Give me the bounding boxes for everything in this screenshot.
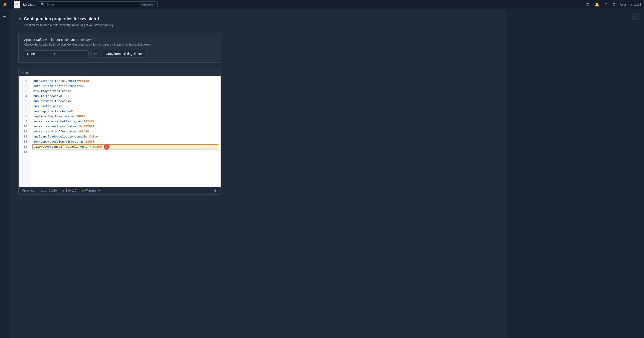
status-properties[interactable]: Properties xyxy=(22,189,35,192)
bell-icon[interactable]: 🔔 xyxy=(594,2,600,8)
config-header: ▼ Configuration properties for revision … xyxy=(18,16,221,22)
user-name: User xyxy=(620,3,626,6)
services-link[interactable]: Services xyxy=(23,3,35,6)
copy-cluster-button[interactable]: Copy from existing cluster xyxy=(102,50,147,58)
status-bar: Properties Ln 14, Col 39 ⊗ Errors: 0 ⚠ W… xyxy=(19,187,220,194)
refresh-icon: ↻ xyxy=(94,52,97,56)
status-position: Ln 14, Col 39 xyxy=(40,189,57,192)
dropdown-chevron-icon: ▼ xyxy=(53,52,56,56)
code-line-5: num.network.threads=5 xyxy=(33,99,217,104)
apps-grid-icon[interactable]: ⊞ xyxy=(14,1,20,8)
code-line-7: num.replica.fetchers=2 xyxy=(33,109,217,114)
right-panel xyxy=(506,9,644,338)
code-line-8: replica.lag.time.max.ms=30000 xyxy=(33,114,217,119)
code-line-9: socket.receive.buffer.bytes=102400 xyxy=(33,119,217,124)
code-line-15 xyxy=(33,150,217,154)
code-line-3: min.insync.replicas=2 xyxy=(33,89,217,94)
warning-triangle-icon: ⚠ xyxy=(82,189,84,192)
search-icon: 🔍 xyxy=(40,2,45,7)
status-settings-icon[interactable]: ⚙ xyxy=(214,189,217,192)
settings-icon[interactable]: ⚙ xyxy=(612,2,617,8)
code-line-2: default.replication.factor=3 xyxy=(33,84,217,89)
code-content[interactable]: auto.create.topics.enable=false default.… xyxy=(30,76,220,187)
code-section: Code 1 2 3 4 5 6 7 8 9 10 11 12 xyxy=(18,68,221,194)
search-bar[interactable]: 🔍 [Option+S] xyxy=(38,2,158,8)
version-section: Apache Kafka version for code syntax - o… xyxy=(18,33,221,62)
aws-logo[interactable]: aws xyxy=(3,1,10,8)
version-select-value: None xyxy=(27,52,35,56)
fullscreen-icon: ⛶ xyxy=(634,14,638,18)
code-line-4: num.io.threads=8 xyxy=(33,94,217,99)
resize-handle[interactable]: ⟋ xyxy=(217,183,220,186)
code-label: Code xyxy=(19,68,220,76)
code-line-10: socket.request.max.bytes=104857600 xyxy=(33,124,217,129)
status-warnings: ⚠ Warnings: 0 xyxy=(82,189,100,192)
config-title: Configuration properties for revision 1 xyxy=(24,16,100,22)
search-input[interactable] xyxy=(47,3,138,6)
version-dropdown[interactable]: None ▼ xyxy=(24,50,88,57)
help-icon[interactable]: ? xyxy=(604,2,608,8)
code-editor[interactable]: 1 2 3 4 5 6 7 8 9 10 11 12 13 14 xyxy=(19,76,220,187)
fullscreen-button[interactable]: ⛶ xyxy=(632,13,640,20)
badge-error-count: 3 xyxy=(104,144,110,150)
version-description: Choose the Apache Kafka version. Configu… xyxy=(24,43,215,46)
version-label: Apache Kafka version for code syntax - o… xyxy=(24,38,215,42)
version-label-optional: - optional xyxy=(79,38,92,42)
top-navigation: aws ⊞ Services 🔍 [Option+S] ⊡ 🔔 ? ⚙ User… xyxy=(0,0,644,9)
status-errors: ⊗ Errors: 0 xyxy=(62,189,76,192)
config-section: ▼ Configuration properties for revision … xyxy=(18,16,221,194)
content-area: ▼ Configuration properties for revision … xyxy=(9,9,506,338)
search-shortcut: [Option+S] xyxy=(140,3,155,6)
terminal-icon[interactable]: ⊡ xyxy=(585,2,590,8)
main-content: ☰ ▼ Configuration properties for revisio… xyxy=(0,9,644,338)
error-circle-icon: ⊗ xyxy=(62,189,65,192)
refresh-button[interactable]: ↻ xyxy=(91,50,99,58)
user-region: us-east-1 xyxy=(630,3,641,6)
code-line-13: zookeeper.session.timeout.ms=18000 xyxy=(33,139,217,144)
sidebar-menu-button[interactable]: ☰ xyxy=(2,12,7,19)
code-line-6: num.partitions=1 xyxy=(33,104,217,109)
sidebar: ☰ xyxy=(0,9,9,338)
code-line-14: allow.everyone.if.no.acl.found = false 3 xyxy=(32,144,218,150)
svg-text:aws: aws xyxy=(4,4,7,6)
config-subtitle: Amazon MSK uses a default configuration … xyxy=(24,23,221,27)
nav-icons: ⊡ 🔔 ? ⚙ User us-east-1 xyxy=(585,2,641,8)
version-controls: None ▼ ↻ Copy from existing cluster xyxy=(24,50,215,58)
code-line-1: auto.create.topics.enable=false xyxy=(33,79,217,84)
code-line-12: unclean.leader.election.enable=false xyxy=(33,134,217,139)
config-toggle-icon[interactable]: ▼ xyxy=(18,17,22,21)
code-line-11: socket.send.buffer.bytes=102400 xyxy=(33,129,217,134)
line-numbers: 1 2 3 4 5 6 7 8 9 10 11 12 13 14 xyxy=(19,76,30,187)
